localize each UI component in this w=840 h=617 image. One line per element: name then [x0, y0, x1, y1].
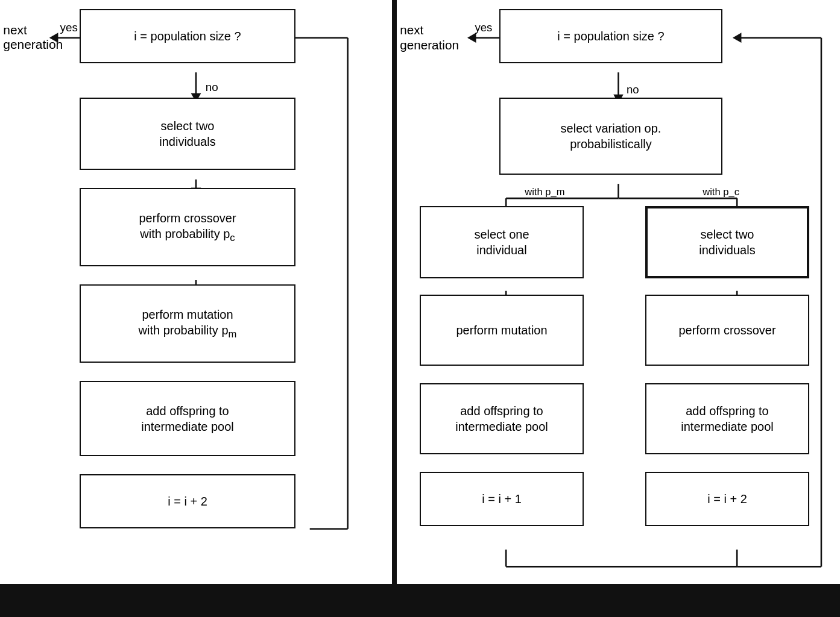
left-box2: perform crossover with probability pc: [80, 188, 295, 266]
right-crossover-label: perform crossover: [678, 322, 775, 338]
left-box4-label: add offspring to intermediate pool: [141, 403, 233, 434]
right-pool-right-label: add offspring to intermediate pool: [681, 403, 773, 434]
left-box4: add offspring to intermediate pool: [80, 381, 295, 456]
svg-marker-52: [467, 33, 476, 43]
svg-text:next: next: [3, 23, 27, 37]
left-decision-label: i = population size ?: [134, 28, 241, 44]
right-box-variation: select variation op. probabilistically: [499, 98, 722, 175]
left-box1-label: select two individuals: [159, 118, 215, 149]
right-one-ind-label: select one individual: [474, 227, 529, 258]
right-i1-label: i = i + 1: [482, 491, 522, 507]
svg-text:generation: generation: [3, 38, 63, 52]
left-box2-label: perform crossover with probability pc: [139, 210, 236, 245]
right-box-pool-left: add offspring to intermediate pool: [420, 383, 584, 454]
svg-text:yes: yes: [60, 21, 78, 34]
diagram-container: no yes next generatio: [0, 0, 840, 617]
right-box-two-ind: select two individuals: [645, 206, 809, 278]
bottom-bar: [0, 584, 840, 617]
svg-marker-16: [49, 33, 58, 43]
left-decision-box: i = population size ?: [80, 9, 295, 63]
right-decision-label: i = population size ?: [557, 28, 664, 44]
svg-text:next: next: [400, 23, 423, 37]
svg-text:generation: generation: [400, 37, 459, 51]
right-box-crossover: perform crossover: [645, 295, 809, 366]
right-box-one-ind: select one individual: [420, 206, 584, 278]
svg-text:no: no: [627, 83, 639, 96]
divider: [392, 0, 397, 617]
svg-text:with p_c: with p_c: [702, 186, 739, 198]
left-box5: i = i + 2: [80, 474, 295, 528]
svg-marker-50: [733, 33, 741, 43]
left-box3-label: perform mutation with probability pm: [139, 307, 237, 341]
right-box-i2: i = i + 2: [645, 472, 809, 526]
right-i2-label: i = i + 2: [707, 491, 747, 507]
left-diagram: no yes next generatio: [0, 0, 392, 617]
left-box3: perform mutation with probability pm: [80, 284, 295, 363]
right-decision-box: i = population size ?: [499, 9, 722, 63]
right-mutation-label: perform mutation: [456, 322, 547, 338]
svg-text:with p_m: with p_m: [524, 186, 564, 198]
right-variation-label: select variation op. probabilistically: [561, 121, 662, 152]
right-box-pool-right: add offspring to intermediate pool: [645, 383, 809, 454]
left-box5-label: i = i + 2: [168, 493, 207, 509]
right-two-ind-label: select two individuals: [699, 227, 755, 258]
right-box-mutation: perform mutation: [420, 295, 584, 366]
svg-text:yes: yes: [475, 21, 492, 34]
right-box-i1: i = i + 1: [420, 472, 584, 526]
svg-text:no: no: [206, 81, 218, 94]
left-box1: select two individuals: [80, 98, 295, 170]
right-diagram: no with p_m with p_c: [397, 0, 840, 617]
right-pool-left-label: add offspring to intermediate pool: [455, 403, 548, 434]
